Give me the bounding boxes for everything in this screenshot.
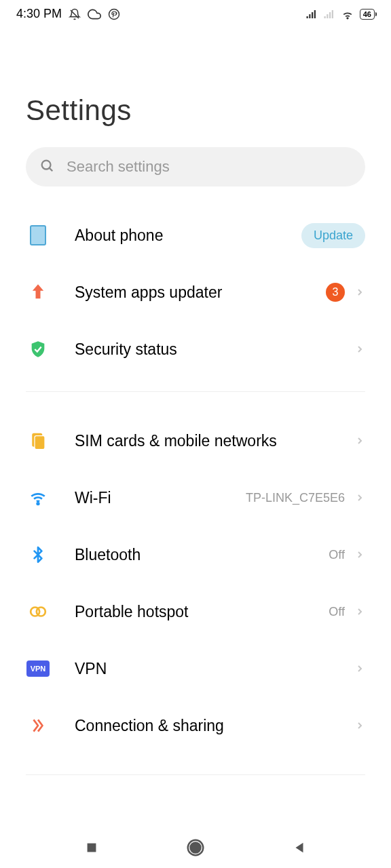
security-status-icon bbox=[26, 337, 50, 361]
notification-badge: 3 bbox=[326, 283, 345, 302]
bluetooth-icon bbox=[26, 542, 50, 567]
svg-point-3 bbox=[42, 161, 51, 170]
row-label: Bluetooth bbox=[75, 546, 329, 564]
signal-secondary-icon bbox=[323, 8, 335, 20]
svg-point-10 bbox=[37, 608, 45, 616]
row-label: Security status bbox=[75, 340, 354, 359]
nav-back-button[interactable] bbox=[292, 840, 307, 855]
row-label: Connection & sharing bbox=[75, 717, 354, 735]
pinterest-icon bbox=[108, 8, 120, 20]
chevron-right-icon bbox=[354, 663, 365, 674]
row-label: SIM cards & mobile networks bbox=[75, 432, 354, 450]
svg-rect-7 bbox=[35, 436, 45, 450]
svg-line-4 bbox=[50, 168, 52, 171]
nav-recent-button[interactable] bbox=[84, 840, 99, 855]
row-security-status[interactable]: Security status bbox=[0, 321, 391, 378]
nav-home-button[interactable] bbox=[185, 837, 206, 858]
row-label: About phone bbox=[75, 226, 301, 245]
row-connection-sharing[interactable]: Connection & sharing bbox=[0, 697, 391, 754]
vpn-icon: VPN bbox=[26, 656, 50, 681]
row-bluetooth[interactable]: Bluetooth Off bbox=[0, 526, 391, 583]
search-placeholder: Search settings bbox=[67, 158, 170, 176]
search-icon bbox=[39, 158, 54, 176]
row-about-phone[interactable]: About phone Update bbox=[0, 207, 391, 264]
svg-rect-5 bbox=[31, 226, 45, 245]
chevron-right-icon bbox=[354, 606, 365, 617]
notification-mute-icon bbox=[69, 8, 81, 20]
row-system-apps-updater[interactable]: System apps updater 3 bbox=[0, 264, 391, 321]
signal-icon bbox=[305, 8, 318, 20]
update-badge[interactable]: Update bbox=[301, 223, 365, 248]
wifi-icon bbox=[26, 486, 50, 510]
svg-point-8 bbox=[37, 502, 39, 505]
chevron-right-icon bbox=[354, 720, 365, 731]
row-value: Off bbox=[329, 605, 345, 619]
row-label: Wi-Fi bbox=[75, 489, 246, 507]
row-wifi[interactable]: Wi-Fi TP-LINK_C7E5E6 bbox=[0, 469, 391, 526]
page-title: Settings bbox=[0, 26, 391, 147]
cloud-icon bbox=[88, 7, 101, 21]
battery-level: 46 bbox=[363, 10, 371, 18]
status-time: 4:30 PM bbox=[16, 7, 62, 21]
connection-sharing-icon bbox=[26, 713, 50, 738]
chevron-right-icon bbox=[354, 287, 365, 298]
svg-point-15 bbox=[190, 843, 200, 853]
svg-text:VPN: VPN bbox=[31, 665, 46, 673]
row-value: Off bbox=[329, 548, 345, 562]
row-label: System apps updater bbox=[75, 283, 326, 302]
row-portable-hotspot[interactable]: Portable hotspot Off bbox=[0, 583, 391, 640]
portable-hotspot-icon bbox=[26, 599, 50, 624]
row-label: VPN bbox=[75, 660, 354, 678]
chevron-right-icon bbox=[354, 492, 365, 503]
chevron-right-icon bbox=[354, 435, 365, 446]
system-apps-updater-icon bbox=[26, 280, 50, 304]
chevron-right-icon bbox=[354, 549, 365, 560]
chevron-right-icon bbox=[354, 344, 365, 355]
search-input[interactable]: Search settings bbox=[26, 147, 365, 186]
row-vpn[interactable]: VPN VPN bbox=[0, 640, 391, 697]
row-value: TP-LINK_C7E5E6 bbox=[246, 491, 345, 505]
row-label: Portable hotspot bbox=[75, 603, 329, 621]
divider bbox=[26, 774, 365, 775]
about-phone-icon bbox=[26, 223, 50, 248]
battery-icon: 46 bbox=[360, 9, 375, 20]
wifi-status-icon bbox=[341, 7, 354, 21]
row-sim-cards[interactable]: SIM cards & mobile networks bbox=[0, 412, 391, 469]
divider bbox=[26, 391, 365, 392]
svg-point-2 bbox=[347, 18, 348, 19]
sim-cards-icon bbox=[26, 429, 50, 453]
navigation-bar bbox=[0, 827, 391, 868]
svg-rect-13 bbox=[87, 844, 96, 852]
status-bar: 4:30 PM 46 bbox=[0, 0, 391, 26]
